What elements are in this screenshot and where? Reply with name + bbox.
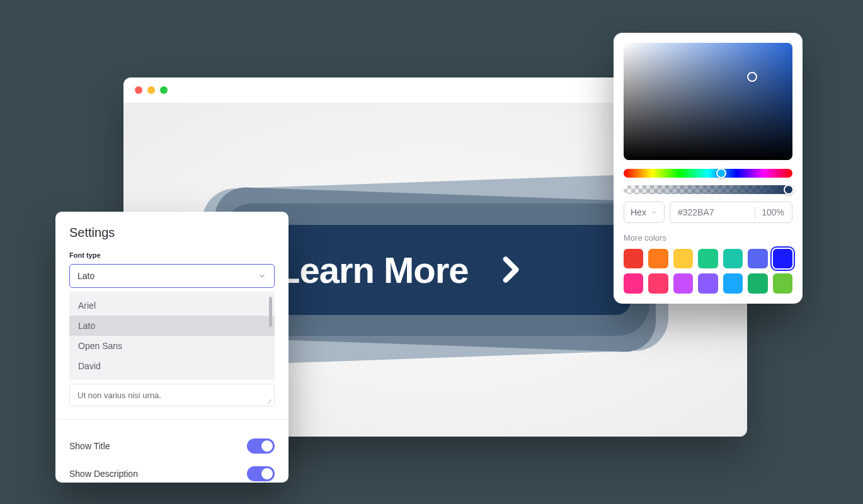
show-description-toggle[interactable] <box>247 466 275 481</box>
font-type-select[interactable]: Lato <box>69 264 275 288</box>
more-colors-label: More colors <box>624 233 792 243</box>
color-swatch[interactable] <box>698 249 717 268</box>
show-description-label: Show Description <box>69 469 138 479</box>
chevron-down-icon <box>650 209 658 216</box>
show-title-label: Show Title <box>69 441 110 451</box>
color-format-label: Hex <box>631 207 646 217</box>
color-swatch[interactable] <box>748 249 767 268</box>
color-swatch[interactable] <box>723 249 743 268</box>
color-saturation-field[interactable] <box>624 43 792 160</box>
font-option[interactable]: Open Sans <box>69 336 275 356</box>
color-swatch[interactable] <box>723 273 743 293</box>
color-swatch[interactable] <box>673 273 693 293</box>
settings-panel: Settings Font type Lato Ariel Lato Open … <box>55 212 289 483</box>
learn-more-button[interactable]: Learn More <box>240 225 631 315</box>
color-swatch[interactable] <box>698 273 717 293</box>
input-divider <box>755 207 755 218</box>
color-inputs-row: Hex #322BA7 100% <box>624 202 792 223</box>
font-option[interactable]: David <box>69 356 275 376</box>
color-swatch[interactable] <box>648 249 668 268</box>
dropdown-scrollbar[interactable] <box>269 297 272 327</box>
font-option[interactable]: Lato <box>69 316 275 336</box>
color-swatch[interactable] <box>773 273 792 293</box>
divider <box>55 419 289 420</box>
color-field-cursor[interactable] <box>747 72 757 82</box>
description-text: Ut non varius nisi urna. <box>77 391 161 400</box>
color-picker-panel: Hex #322BA7 100% More colors <box>614 33 803 304</box>
font-type-dropdown: Ariel Lato Open Sans David <box>69 292 275 380</box>
chevron-right-icon <box>494 254 525 285</box>
show-description-row: Show Description <box>69 460 275 488</box>
description-textarea[interactable]: Ut non varius nisi urna. <box>69 384 275 406</box>
font-option[interactable]: Ariel <box>69 295 275 316</box>
chevron-down-icon <box>258 272 266 280</box>
minimize-window-icon[interactable] <box>147 86 155 94</box>
settings-title: Settings <box>69 226 275 240</box>
opacity-slider-thumb[interactable] <box>784 185 794 195</box>
opacity-value: 100% <box>762 207 784 217</box>
color-swatch[interactable] <box>773 249 792 268</box>
close-window-icon[interactable] <box>135 86 142 94</box>
font-type-label: Font type <box>69 251 275 259</box>
hex-input[interactable]: #322BA7 100% <box>670 202 792 223</box>
maximize-window-icon[interactable] <box>160 86 168 94</box>
traffic-lights <box>135 86 168 94</box>
hue-slider[interactable] <box>624 169 792 178</box>
show-title-toggle[interactable] <box>247 438 275 454</box>
hue-slider-thumb[interactable] <box>716 168 726 178</box>
color-swatch[interactable] <box>648 273 668 293</box>
hex-value: #322BA7 <box>678 207 748 217</box>
opacity-slider[interactable] <box>624 185 792 194</box>
resize-handle-icon[interactable] <box>266 398 272 404</box>
cta-label: Learn More <box>278 249 469 291</box>
color-swatch[interactable] <box>748 273 767 293</box>
color-swatch[interactable] <box>624 273 643 293</box>
color-format-select[interactable]: Hex <box>624 202 665 223</box>
font-type-selected-value: Lato <box>77 271 94 281</box>
color-swatch-grid <box>624 249 792 294</box>
color-swatch[interactable] <box>673 249 693 268</box>
show-title-row: Show Title <box>69 432 275 460</box>
color-swatch[interactable] <box>624 249 643 268</box>
